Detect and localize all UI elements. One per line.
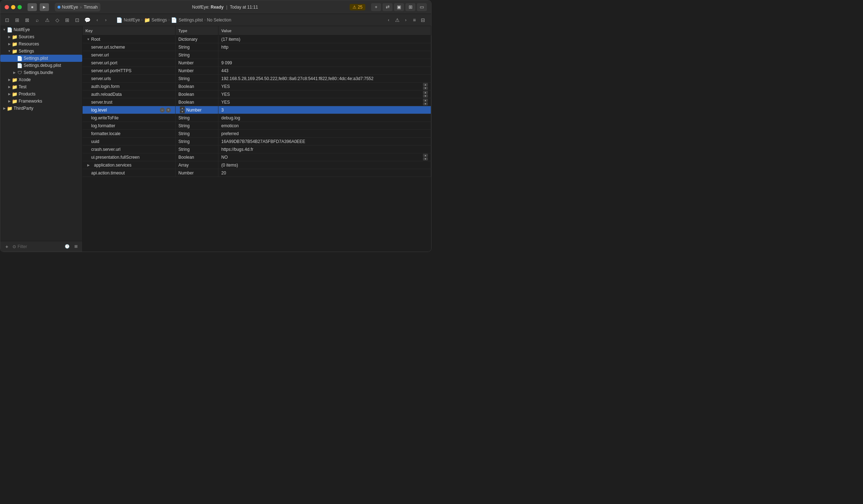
- plist-row-root[interactable]: ▼ Root Dictionary (17 items): [83, 35, 431, 43]
- close-button[interactable]: [5, 5, 9, 9]
- breadcrumb-notifeye[interactable]: 📄 NotifEye: [116, 17, 140, 23]
- comment-icon[interactable]: 💬: [83, 16, 91, 24]
- breadcrumb: 📄 NotifEye › 📁 Settings › 📄 Settings.pli…: [113, 17, 383, 23]
- type-stepper[interactable]: ▲ ▼: [180, 107, 185, 113]
- stepper-up[interactable]: ▲: [423, 99, 428, 102]
- plist-row-server-url[interactable]: server.url String: [83, 51, 431, 59]
- sidebar-item-notifeye[interactable]: ▼ 📄 NotifEye: [0, 26, 82, 33]
- env-icon[interactable]: ⊞: [63, 16, 71, 24]
- sidebar-item-settings-debug-plist[interactable]: 📄 Settings.debug.plist: [0, 62, 82, 69]
- plist-row-application-services[interactable]: ▶ application.services Array (0 items): [83, 161, 431, 169]
- stepper-down[interactable]: ▼: [423, 94, 428, 98]
- breadcrumb-next-button[interactable]: ›: [402, 16, 410, 24]
- plist-row-auth-reload-data[interactable]: auth.reloadData Boolean YES ▲ ▼: [83, 90, 431, 98]
- sidebar-item-resources[interactable]: ▶ 📁 Resources: [0, 40, 82, 48]
- add-tab-button[interactable]: +: [371, 3, 381, 11]
- stepper-up[interactable]: ▲: [423, 91, 428, 94]
- add-item-button[interactable]: +: [3, 243, 10, 250]
- swap-layout-button[interactable]: ⇄: [383, 3, 393, 11]
- warning-badge[interactable]: ⚠ 25: [350, 4, 365, 10]
- toggle-icon[interactable]: ▶: [85, 162, 91, 168]
- layout-full-button[interactable]: ▭: [417, 3, 427, 11]
- stepper-down[interactable]: ▼: [423, 157, 428, 160]
- stepper[interactable]: ▲ ▼: [423, 91, 428, 98]
- sidebar-item-products[interactable]: ▶ 📁 Products: [0, 90, 82, 98]
- plist-row-server-url-port[interactable]: server.url.port Number 9 099: [83, 59, 431, 67]
- breadcrumb-nav: ‹ ⚠ › ≡ ⊟: [385, 16, 427, 24]
- stepper-up[interactable]: ▲: [423, 83, 428, 86]
- warning-toolbar-icon[interactable]: ⚠: [43, 16, 51, 24]
- toggle-icon[interactable]: ▼: [85, 36, 91, 42]
- breakpoint-icon[interactable]: ◇: [53, 16, 61, 24]
- sidebar-item-settings[interactable]: ▼ 📁 Settings: [0, 48, 82, 55]
- filter-clock-icon[interactable]: 🕐: [64, 243, 71, 250]
- filter-icon: ⊙: [13, 244, 16, 249]
- sidebar-item-test[interactable]: ▶ 📁 Test: [0, 83, 82, 90]
- breadcrumb-settings[interactable]: 📁 Settings: [144, 17, 167, 23]
- plist-row-api-action-timeout[interactable]: api.action.timeout Number 20: [83, 169, 431, 177]
- sidebar-item-xcode[interactable]: ▶ 📁 Xcode: [0, 76, 82, 83]
- breadcrumb-warning-icon[interactable]: ⚠: [393, 16, 401, 24]
- value-cell: http: [218, 43, 431, 51]
- sidebar-item-settings-bundle[interactable]: ▶ 🛡 Settings.bundle: [0, 69, 82, 76]
- plist-row-log-level[interactable]: log.level − + ▲ ▼ Number 3: [83, 106, 431, 114]
- play-button[interactable]: ▶: [40, 3, 49, 11]
- settings-folder-icon: 📁: [12, 48, 18, 54]
- plist-row-server-url-porthttps[interactable]: server.url.portHTTPS Number 443: [83, 67, 431, 75]
- scheme-selector[interactable]: NotifEye › Timsah: [55, 3, 100, 11]
- stop-button[interactable]: ■: [28, 3, 37, 11]
- hierarchy-icon[interactable]: ⊞: [13, 16, 21, 24]
- filter-grid-icon[interactable]: ⊞: [72, 243, 79, 250]
- stepper-down[interactable]: ▼: [423, 102, 428, 105]
- key-cell: log.level − +: [83, 106, 176, 114]
- plist-row-uuid[interactable]: uuid String 16A99DB7B7B54B27A5FBFD7A396A…: [83, 138, 431, 145]
- layout-single-button[interactable]: ▣: [394, 3, 404, 11]
- sidebar-item-frameworks[interactable]: ▶ 📁 Frameworks: [0, 98, 82, 105]
- filter-placeholder[interactable]: Filter: [18, 244, 27, 249]
- folder-icon: 📁: [144, 17, 150, 23]
- stepper-up[interactable]: ▲: [423, 154, 428, 157]
- breadcrumb-list-icon[interactable]: ≡: [410, 16, 418, 24]
- stepper-down[interactable]: ▼: [423, 87, 428, 90]
- plist-row-log-write-to-file[interactable]: log.writeToFile String debug.log: [83, 114, 431, 122]
- plist-row-crash-server-url[interactable]: crash.server.url String https://bugs.4d.…: [83, 145, 431, 153]
- sidebar-item-settings-plist[interactable]: 📄 Settings.plist: [0, 55, 82, 62]
- minimize-button[interactable]: [11, 5, 15, 9]
- share-icon[interactable]: ⊡: [73, 16, 81, 24]
- xcode-folder-icon: 📁: [12, 77, 18, 83]
- sidebar-item-sources[interactable]: ▶ 📁 Sources: [0, 33, 82, 40]
- breadcrumb-settings-plist[interactable]: 📄 Settings.plist: [171, 17, 203, 23]
- stepper-down[interactable]: ▼: [180, 110, 185, 113]
- plist-row-formatter-locale[interactable]: formatter.locale String preferred: [83, 130, 431, 138]
- type-cell: String: [176, 114, 218, 122]
- maximize-button[interactable]: [18, 5, 22, 9]
- inspector-icon[interactable]: ⊠: [23, 16, 31, 24]
- breadcrumb-split-icon[interactable]: ⊟: [419, 16, 427, 24]
- titlebar: ■ ▶ NotifEye › Timsah NotifEye: Ready | …: [0, 0, 431, 14]
- sidebar-item-thirdparty[interactable]: ▶ 📁 ThirdParty: [0, 105, 82, 112]
- edit-minus-icon[interactable]: −: [160, 108, 165, 113]
- edit-plus-icon[interactable]: +: [166, 108, 171, 113]
- search-icon[interactable]: ⌕: [33, 16, 41, 24]
- breadcrumb-prev-button[interactable]: ‹: [385, 16, 393, 24]
- nav-prev-button[interactable]: ‹: [93, 16, 101, 24]
- plist-row-server-url-scheme[interactable]: server.url.scheme String http: [83, 43, 431, 51]
- nav-next-button[interactable]: ›: [102, 16, 110, 24]
- plist-row-log-formatter[interactable]: log.formatter String emoticon: [83, 122, 431, 130]
- type-cell: Boolean: [176, 153, 218, 161]
- stepper-up[interactable]: ▲: [180, 107, 185, 110]
- stepper[interactable]: ▲ ▼: [423, 99, 428, 105]
- settings-bundle-icon: 🛡: [17, 70, 23, 75]
- stepper[interactable]: ▲ ▼: [423, 154, 428, 160]
- plist-row-server-trust[interactable]: server.trust Boolean YES ▲ ▼: [83, 98, 431, 106]
- layout-split-button[interactable]: ⊞: [405, 3, 415, 11]
- plist-row-ui-presentation[interactable]: ui.presentation.fullScreen Boolean NO ▲ …: [83, 153, 431, 161]
- key-label: Root: [91, 37, 100, 42]
- sidebar: ▼ 📄 NotifEye ▶ 📁 Sources ▶ 📁 Resources ▼…: [0, 26, 83, 252]
- sidebar-toggle-icon[interactable]: ⊡: [3, 16, 11, 24]
- plist-row-auth-login-form[interactable]: auth.login.form Boolean YES ▲ ▼: [83, 83, 431, 90]
- plist-row-server-urls[interactable]: server.urls String 192.168.5.28,169.254.…: [83, 75, 431, 83]
- plist-editor: Key Type Value ▼ Root Dictionary (17 ite…: [83, 26, 431, 252]
- chevron-icon: ▶: [7, 77, 12, 82]
- stepper[interactable]: ▲ ▼: [423, 83, 428, 90]
